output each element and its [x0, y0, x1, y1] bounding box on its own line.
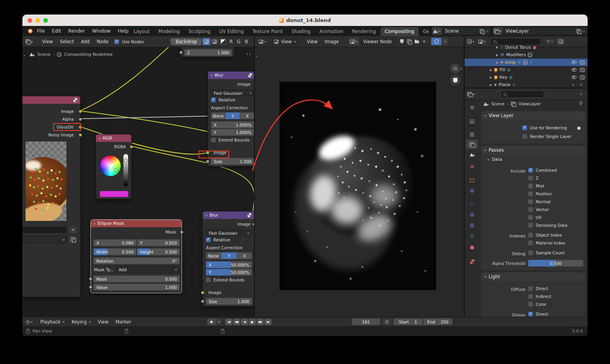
aspect-y[interactable]: Y: [226, 112, 240, 119]
pass-mist-toggle[interactable]: Mist: [528, 184, 544, 188]
value-slider[interactable]: [123, 154, 128, 186]
tab-view-layer[interactable]: [466, 140, 478, 149]
aspect-none[interactable]: None: [206, 252, 221, 259]
node-canvas[interactable]: › Scene › Compositing Nodetree ‹ › Z1.00…: [22, 47, 254, 317]
blur-x-field[interactable]: X1.000%: [211, 121, 254, 128]
glossy-direct-toggle[interactable]: Direct: [528, 312, 548, 316]
input-socket-size[interactable]: [206, 160, 209, 163]
zoom-gizmo-button[interactable]: [450, 63, 460, 74]
collapse-icon[interactable]: ∨: [210, 74, 213, 77]
checkbox[interactable]: [522, 134, 527, 139]
node-menu-view[interactable]: View: [39, 38, 56, 46]
fake-user-icon[interactable]: [400, 39, 404, 44]
minimize-traffic-light[interactable]: [35, 18, 40, 23]
tab-animation[interactable]: Animation: [315, 27, 347, 36]
pass-normal-toggle[interactable]: Normal: [528, 199, 551, 204]
mask-type-dropdown[interactable]: Add∨: [116, 266, 180, 273]
input-socket-mask[interactable]: [89, 277, 92, 281]
color-wheel[interactable]: [100, 156, 121, 176]
viewlayer-name[interactable]: ViewLayer: [502, 28, 576, 34]
color-swatch[interactable]: [100, 191, 128, 197]
rotation-field[interactable]: Rotation0°: [94, 257, 180, 264]
input-socket[interactable]: [179, 51, 183, 54]
auto-keying-button[interactable]: ●: [207, 318, 216, 325]
pass-uv-toggle[interactable]: UV: [528, 215, 542, 220]
preview-toggle-icon[interactable]: [248, 73, 252, 77]
collapse-icon[interactable]: ∨: [93, 222, 96, 225]
checkbox[interactable]: [528, 233, 533, 237]
filter-type-dropdown[interactable]: Fast Gaussian∨: [211, 90, 254, 96]
blur-y-field[interactable]: Y50.000%: [206, 269, 252, 276]
value-slider-handle[interactable]: [124, 159, 127, 162]
pass-sample-count-toggle[interactable]: Sample Count: [528, 250, 565, 255]
expand-icon[interactable]: ▶: [490, 68, 492, 72]
editor-type-button[interactable]: ∨: [467, 92, 475, 96]
chevron-down-icon[interactable]: ∨: [572, 83, 575, 86]
checkbox[interactable]: [211, 138, 216, 142]
unlink-icon[interactable]: ✕: [581, 29, 588, 33]
play-reverse-button[interactable]: ◀: [241, 319, 248, 325]
tab-world[interactable]: ⊕: [466, 162, 478, 171]
image-canvas[interactable]: › ‹: [255, 47, 464, 317]
menu-render[interactable]: Render: [64, 27, 88, 35]
extend-bounds-toggle[interactable]: Extend Bounds: [211, 138, 250, 142]
exclude-icon[interactable]: ✕: [580, 83, 583, 87]
tab-modeling[interactable]: Modeling: [154, 27, 184, 36]
pass-vector-toggle[interactable]: Vector: [528, 207, 549, 212]
menu-edit[interactable]: Edit: [48, 27, 64, 35]
timeline-view-menu[interactable]: View: [94, 318, 112, 326]
tab-uv-editing[interactable]: UV Editing: [215, 27, 248, 36]
pass-material-index-toggle[interactable]: Material Index: [528, 241, 565, 245]
disable-render-icon[interactable]: [580, 68, 585, 72]
region-corner-icon[interactable]: ‹ ›: [246, 52, 251, 56]
image-datablock-selector[interactable]: ∨ Viewer Node: [349, 38, 397, 46]
copy-icon[interactable]: [577, 29, 581, 33]
relative-toggle[interactable]: Relative: [206, 237, 230, 242]
pass-denoising-toggle[interactable]: Denoising Data: [528, 223, 568, 228]
node-blur-bottom[interactable]: ∨Blur Image Fast Gaussian∨ Relative Aspe…: [202, 211, 254, 307]
breadcrumb-scene[interactable]: Scene: [491, 101, 505, 107]
pass-object-index-toggle[interactable]: Object Index: [528, 233, 562, 237]
playback-menu[interactable]: Playback∨: [37, 318, 68, 326]
aspect-x[interactable]: X: [237, 252, 252, 259]
checkbox[interactable]: [211, 97, 216, 102]
node-menu-select[interactable]: Select: [56, 38, 77, 46]
checkbox[interactable]: [528, 294, 533, 299]
keying-options-dropdown[interactable]: ∨: [216, 318, 222, 325]
row-label[interactable]: Donut Torus: [505, 45, 531, 50]
checkbox[interactable]: [206, 237, 211, 242]
next-keyframe-button[interactable]: ◆▶: [257, 319, 264, 325]
clear-scene-button[interactable]: ✕: [69, 226, 77, 233]
region-collapse-icon[interactable]: ‹: [460, 66, 462, 70]
options-dropdown-icon[interactable]: ∨: [580, 93, 582, 96]
unlink-icon[interactable]: ✕: [423, 39, 426, 44]
input-socket-image[interactable]: [201, 291, 204, 294]
outliner-row-key[interactable]: ▶ Key ◎: [465, 74, 588, 81]
preview-toggle-icon[interactable]: [247, 213, 252, 217]
channel-b-button[interactable]: B: [245, 39, 248, 44]
jump-to-end-button[interactable]: ▶|: [265, 319, 272, 325]
checkbox[interactable]: [528, 199, 533, 204]
viewlayer-browse-button[interactable]: ∨: [493, 27, 502, 35]
image-menu-image[interactable]: Image: [321, 38, 342, 46]
expand-icon[interactable]: ▶: [496, 53, 498, 57]
tab-physics[interactable]: ◎: [466, 210, 478, 219]
checkbox[interactable]: [528, 241, 533, 245]
grip-icon[interactable]: ∷∷: [577, 148, 582, 152]
preview-toggle-icon[interactable]: [73, 98, 77, 102]
diffuse-direct-toggle[interactable]: Direct: [528, 286, 548, 291]
display-channels-button[interactable]: [431, 38, 441, 45]
checkbox[interactable]: [528, 191, 533, 196]
outliner-row-donut-torus[interactable]: ▶ ▽ Donut Torus ●: [465, 44, 588, 51]
diffuse-color-toggle[interactable]: Color: [528, 302, 546, 307]
properties-search-input[interactable]: [501, 91, 544, 98]
row-label[interactable]: Modifiers: [506, 52, 526, 57]
current-frame-field[interactable]: 161: [352, 318, 380, 325]
checkbox[interactable]: [528, 302, 533, 307]
tab-output[interactable]: ▤: [466, 129, 478, 139]
input-socket-value[interactable]: [89, 285, 92, 289]
mask-input-field[interactable]: Mask0.000: [94, 276, 180, 282]
expand-icon[interactable]: ▶: [496, 60, 498, 64]
mask-width-field[interactable]: Width0.500: [94, 248, 136, 255]
z-value[interactable]: 1.000: [217, 50, 229, 55]
